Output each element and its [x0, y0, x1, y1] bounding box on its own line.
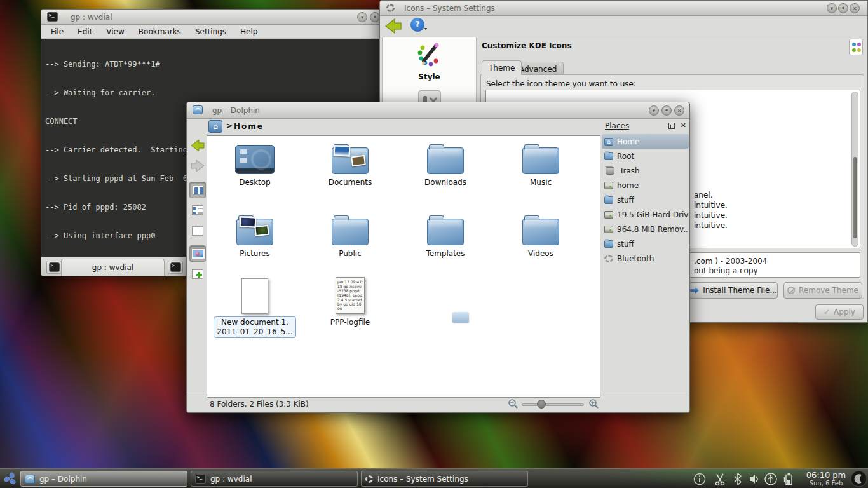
maximize-button[interactable] [838, 3, 848, 13]
notifications-icon[interactable] [693, 472, 707, 486]
breadcrumb-separator: > [226, 121, 233, 130]
menu-bookmarks[interactable]: Bookmarks [139, 27, 181, 36]
style-icon [415, 41, 444, 69]
dolphin-titlebar[interactable]: gp – Dolphin [187, 102, 689, 119]
folder-item-templates[interactable]: Templates [404, 214, 487, 258]
folder-item-downloads[interactable]: Downloads [404, 142, 487, 187]
zoom-slider-thumb[interactable] [537, 400, 546, 409]
scrollbar-thumb[interactable] [853, 157, 857, 238]
theme-description-fragment: anel. [694, 191, 713, 200]
gear-icon [365, 475, 373, 483]
trash-icon [606, 167, 614, 175]
menu-view[interactable]: View [106, 27, 124, 36]
place-item-home[interactable]: Home [602, 134, 689, 149]
place-item-stuff-2[interactable]: stuff [602, 236, 689, 251]
terminal-icon [47, 12, 58, 22]
scrollbar[interactable] [851, 92, 858, 247]
zoom-in-icon[interactable] [588, 398, 599, 409]
home-folder-icon[interactable] [208, 120, 222, 133]
place-item-trash[interactable]: Trash [602, 163, 689, 178]
clock-time: 06:10 pm [802, 470, 850, 480]
theme-info-fragment: out being a copy [694, 266, 758, 275]
places-header: Places [602, 120, 689, 134]
close-button[interactable] [674, 105, 684, 116]
menu-edit[interactable]: Edit [78, 27, 92, 36]
file-item-new-document[interactable]: New document 1. 2011_01_20_16_5... [214, 277, 296, 338]
minimize-button[interactable] [827, 3, 837, 13]
dolphin-statusbar: 8 Folders, 2 Files (3.3 KiB) [187, 396, 689, 412]
terminal-tab[interactable]: gp : wvdial [61, 259, 165, 276]
menu-settings[interactable]: Settings [195, 27, 226, 36]
folder-item-desktop[interactable]: Desktop [214, 142, 296, 187]
zoom-out-icon[interactable] [508, 398, 519, 409]
menu-file[interactable]: File [51, 27, 64, 36]
terminal-titlebar[interactable]: gp : wvdial [41, 10, 395, 25]
forward-button[interactable] [189, 158, 206, 174]
theme-info-fragment: .com ) - 2003-2004 [694, 257, 767, 266]
help-button[interactable]: ? [410, 18, 424, 32]
place-item-bluetooth[interactable]: Bluetooth [602, 251, 689, 266]
install-theme-button[interactable]: Install Theme File... [689, 282, 778, 299]
folder-item-documents[interactable]: Documents [309, 142, 391, 187]
tab-list-button[interactable] [168, 261, 183, 274]
clipboard-scissors-icon[interactable] [713, 472, 727, 486]
minimize-button[interactable] [357, 12, 367, 22]
folder-icon [427, 219, 464, 245]
overview-grid-button[interactable] [849, 39, 863, 55]
bluetooth-icon[interactable] [731, 472, 745, 486]
maximize-button[interactable] [661, 105, 672, 116]
columns-view-button[interactable] [189, 223, 206, 240]
task-dolphin[interactable]: gp – Dolphin [20, 471, 187, 487]
preview-button[interactable] [189, 245, 206, 262]
folder-item-pictures[interactable]: Pictures [214, 214, 296, 258]
task-system-settings[interactable]: Icons – System Settings [361, 471, 528, 487]
back-button[interactable] [384, 18, 402, 34]
chevron-down-icon[interactable]: ▾ [424, 26, 427, 32]
maximize-button[interactable] [370, 12, 380, 22]
settings-titlebar[interactable]: Icons – System Settings [380, 1, 867, 16]
split-view-button[interactable] [189, 266, 206, 283]
folder-icon [604, 196, 613, 204]
close-panel-icon[interactable] [681, 121, 686, 130]
panel-toolbox-icon[interactable] [850, 470, 867, 487]
dolphin-side-toolbar [188, 134, 207, 396]
breadcrumb-home[interactable]: Home [234, 122, 264, 131]
dolphin-title: gp – Dolphin [212, 106, 260, 115]
tab-theme[interactable]: Theme [482, 60, 522, 75]
float-panel-icon[interactable] [668, 123, 675, 129]
new-tab-button[interactable] [46, 261, 62, 274]
back-button[interactable] [189, 137, 206, 154]
clock[interactable]: 06:10 pm Sun, 6 Feb [802, 470, 850, 487]
folder-icon [604, 152, 613, 160]
place-item-stuff[interactable]: stuff [602, 193, 689, 207]
application-launcher-button[interactable] [2, 470, 19, 487]
terminal-icon [49, 262, 60, 272]
pictures-folder-icon [236, 219, 273, 245]
file-item-ppp-logfile[interactable]: Jan 17 09:47:18 gp-Aspire-5738 pppd[1946… [309, 277, 391, 327]
apply-button[interactable]: ✓ Apply [815, 304, 864, 320]
battery-icon[interactable] [782, 472, 796, 486]
icons-view-button[interactable] [189, 182, 206, 198]
details-view-button[interactable] [189, 202, 206, 219]
folder-item-public[interactable]: Public [309, 214, 391, 258]
menu-help[interactable]: Help [240, 27, 257, 36]
place-item-hard-drive[interactable]: 19.5 GiB Hard Drive [602, 207, 689, 222]
folder-item-videos[interactable]: Videos [499, 214, 582, 258]
place-item-removable[interactable]: 964.8 MiB Remov... [602, 222, 689, 236]
zoom-slider[interactable] [522, 403, 584, 406]
thumbnail-artifact [452, 312, 469, 323]
terminal-line: --> Waiting for carrier. [45, 88, 395, 98]
usb-device-icon[interactable] [764, 472, 778, 486]
folder-item-music[interactable]: Music [499, 142, 582, 187]
close-button[interactable] [850, 3, 860, 13]
folder-view[interactable]: Desktop Documents Downloads Music Pictur… [207, 135, 600, 398]
hard-drive-icon [604, 211, 613, 219]
sidebar-item-style[interactable]: Style [383, 72, 476, 81]
minimize-button[interactable] [649, 105, 659, 116]
place-item-root[interactable]: Root [602, 149, 689, 163]
task-wvdial[interactable]: gp : wvdial [191, 471, 358, 487]
settings-title: Icons – System Settings [404, 4, 495, 13]
volume-icon[interactable] [747, 472, 761, 486]
remove-theme-button[interactable]: Remove Theme [783, 282, 862, 299]
place-item-home-partition[interactable]: home [602, 178, 689, 193]
